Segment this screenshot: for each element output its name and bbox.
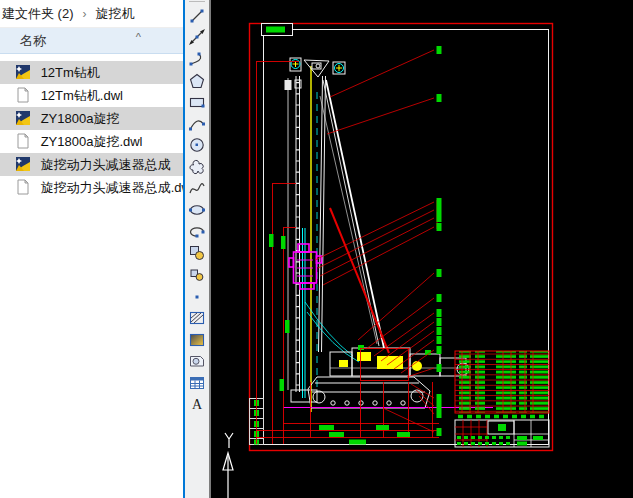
file-name: ZY1800a旋挖 [41, 111, 120, 126]
polyline-icon [188, 50, 206, 68]
insert-block-icon [188, 244, 206, 262]
breadcrumb-current[interactable]: 旋挖机 [96, 6, 135, 21]
file-name: 12Tm钻机 [41, 65, 100, 80]
file-name: ZY1800a旋挖.dwl [41, 134, 143, 149]
title-block [455, 420, 549, 447]
tool-point-button[interactable] [185, 286, 209, 308]
revision-cloud-icon [188, 158, 206, 176]
tool-polyline-button[interactable] [185, 48, 209, 70]
dwg-file-icon [15, 156, 31, 172]
file-list: 12Tm钻机 12Tm钻机.dwl ZY1800a旋挖 ZY1800a旋挖.dw… [0, 61, 183, 199]
ellipse-icon [188, 201, 206, 219]
leader-lines [315, 50, 437, 432]
svg-text:A: A [192, 397, 203, 412]
region-icon [188, 352, 206, 370]
ucs-y-axis [225, 433, 233, 448]
tool-hatch-button[interactable] [185, 307, 209, 329]
dwl-file-icon [15, 179, 31, 195]
ellipse-arc-icon [188, 223, 206, 241]
file-row[interactable]: 旋挖动力头减速器总成 [0, 153, 183, 176]
multiline-text-icon: A [188, 395, 206, 413]
file-row[interactable]: 12Tm钻机.dwl [0, 84, 183, 107]
construction-line-icon [188, 28, 206, 46]
tool-circle-button[interactable] [185, 135, 209, 157]
upper-body [330, 345, 469, 376]
breadcrumb-separator-icon: › [83, 7, 87, 21]
file-row[interactable]: ZY1800a旋挖 [0, 107, 183, 130]
tool-revision-cloud-button[interactable] [185, 156, 209, 178]
dimension-text [269, 234, 410, 445]
point-icon [188, 288, 206, 306]
tool-make-block-button[interactable] [185, 264, 209, 286]
frame-label-text [266, 27, 285, 33]
file-name: 旋挖动力头减速器总成 [41, 157, 171, 172]
balloon-labels [437, 46, 442, 436]
mast-head [290, 58, 345, 77]
draw-toolbar: A [185, 0, 211, 498]
ropes [320, 80, 389, 353]
tool-multiline-text-button[interactable]: A [185, 394, 209, 416]
dwg-file-icon [15, 64, 31, 80]
breadcrumb-folder[interactable]: 建文件夹 (2) [2, 6, 74, 21]
tool-ellipse-button[interactable] [185, 199, 209, 221]
name-column-header[interactable]: 名称 ^ [0, 28, 183, 54]
name-column-label: 名称 [20, 33, 46, 48]
file-row[interactable]: 旋挖动力头减速器总成.dwl [0, 176, 183, 199]
tool-region-button[interactable] [185, 351, 209, 373]
dwl-file-icon [15, 133, 31, 149]
tool-line-button[interactable] [185, 5, 209, 27]
tool-table-button[interactable] [185, 372, 209, 394]
table-icon [188, 374, 206, 392]
tool-polygon-button[interactable] [185, 70, 209, 92]
tool-rectangle-button[interactable] [185, 91, 209, 113]
ucs-icon [223, 433, 233, 498]
arc-icon [188, 115, 206, 133]
gradient-icon [188, 331, 206, 349]
line-icon [188, 7, 206, 25]
dwl-file-icon [15, 87, 31, 103]
file-row[interactable]: ZY1800a旋挖.dwl [0, 130, 183, 153]
polygon-icon [188, 72, 206, 90]
sort-ascending-icon: ^ [136, 25, 141, 50]
spline-icon [188, 180, 206, 198]
tool-construction-line-button[interactable] [185, 27, 209, 49]
file-row[interactable]: 12Tm钻机 [0, 61, 183, 84]
cad-canvas[interactable] [211, 0, 633, 498]
file-name: 旋挖动力头减速器总成.dwl [41, 180, 183, 195]
make-block-icon [188, 266, 206, 284]
tool-gradient-button[interactable] [185, 329, 209, 351]
tool-arc-button[interactable] [185, 113, 209, 135]
hatch-icon [188, 309, 206, 327]
file-name: 12Tm钻机.dwl [41, 88, 123, 103]
tool-spline-button[interactable] [185, 178, 209, 200]
tool-ellipse-arc-button[interactable] [185, 221, 209, 243]
tool-insert-block-button[interactable] [185, 243, 209, 265]
dwg-file-icon [15, 110, 31, 126]
cad-drawing [211, 0, 633, 498]
rectangle-icon [188, 93, 206, 111]
file-explorer-panel: 建文件夹 (2)›旋挖机 名称 ^ 12Tm钻机 12Tm钻机.dwl ZY18… [0, 0, 183, 498]
breadcrumb: 建文件夹 (2)›旋挖机 [0, 0, 183, 28]
parts-list-table [455, 351, 549, 417]
circle-icon [188, 136, 206, 154]
